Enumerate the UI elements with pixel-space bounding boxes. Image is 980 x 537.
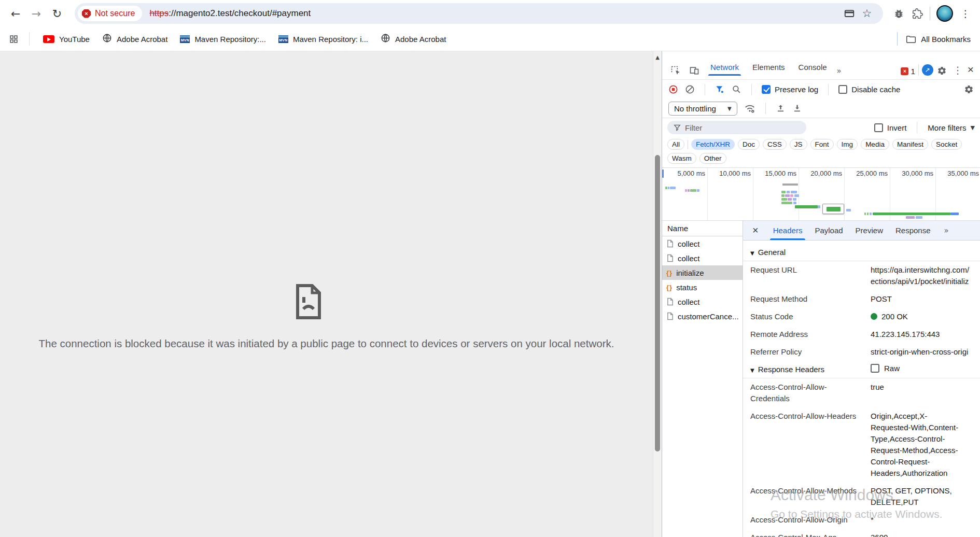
- chip-fetchxhr[interactable]: Fetch/XHR: [691, 139, 735, 150]
- details-tab-preview[interactable]: Preview: [849, 221, 889, 240]
- tab-network[interactable]: Network: [704, 58, 746, 76]
- details-more-tabs-icon[interactable]: »: [941, 226, 951, 235]
- tab-elements[interactable]: Elements: [746, 58, 792, 76]
- waterfall-bar: [795, 205, 818, 208]
- invert-box[interactable]: [874, 123, 883, 132]
- disable-cache-box[interactable]: [838, 85, 847, 94]
- bookmark-item[interactable]: YouTube: [43, 35, 90, 44]
- export-har-icon[interactable]: [792, 104, 802, 114]
- tab-console[interactable]: Console: [792, 58, 834, 76]
- profile-avatar[interactable]: [936, 5, 953, 22]
- forward-icon[interactable]: →: [26, 3, 47, 24]
- saved-cards-icon[interactable]: [841, 5, 858, 22]
- address-bar[interactable]: × Not secure https://magento2.test/check…: [75, 3, 883, 24]
- scrollbar-up-icon[interactable]: ▲: [653, 54, 662, 60]
- header-value: Origin,Accept,X- Requested-With,Content-…: [871, 411, 980, 479]
- raw-box-input[interactable]: [871, 364, 879, 373]
- bookmark-item[interactable]: Adobe Acrobat: [381, 33, 446, 45]
- apps-grid-icon[interactable]: [6, 32, 21, 46]
- error-badge[interactable]: × 1: [901, 67, 915, 76]
- devtools-menu-icon[interactable]: ⋮: [950, 64, 965, 76]
- youtube-icon: [43, 35, 54, 43]
- devtools-panel: NetworkElementsConsole » × 1 ↗ ⋮ ×: [662, 51, 980, 537]
- throttling-select[interactable]: No throttling ▼: [668, 102, 737, 116]
- section-header-general[interactable]: ▼General: [743, 244, 980, 261]
- chip-wasm[interactable]: Wasm: [667, 153, 696, 164]
- all-bookmarks-button[interactable]: All Bookmarks: [906, 35, 971, 44]
- document-file-icon: [666, 254, 674, 262]
- filter-funnel-icon[interactable]: [715, 84, 725, 94]
- timeline-overview[interactable]: 5,000 ms10,000 ms15,000 ms20,000 ms25,00…: [662, 168, 980, 221]
- chip-doc[interactable]: Doc: [738, 139, 760, 150]
- globe-icon: [381, 33, 390, 45]
- chip-js[interactable]: JS: [790, 139, 807, 150]
- chip-font[interactable]: Font: [810, 139, 834, 150]
- preserve-log-checkbox[interactable]: Preserve log: [762, 85, 818, 94]
- import-har-icon[interactable]: [776, 104, 786, 114]
- reload-icon[interactable]: ↻: [47, 3, 67, 24]
- disable-cache-checkbox[interactable]: Disable cache: [838, 85, 900, 94]
- preserve-log-box[interactable]: [762, 85, 771, 94]
- chip-all[interactable]: All: [667, 139, 684, 150]
- header-name: Access-Control-Allow-Origin: [750, 514, 871, 526]
- chip-css[interactable]: CSS: [763, 139, 787, 150]
- not-secure-icon: ×: [82, 9, 91, 18]
- filter-input[interactable]: Filter: [667, 121, 806, 134]
- clear-network-icon[interactable]: [685, 84, 695, 94]
- chip-socket[interactable]: Socket: [931, 139, 962, 150]
- more-filters-caret-icon: ▼: [971, 124, 975, 131]
- details-tab-payload[interactable]: Payload: [808, 221, 849, 240]
- devtools-settings-icon[interactable]: [933, 66, 950, 76]
- waterfall-bar: [906, 216, 915, 219]
- request-row[interactable]: collect: [662, 236, 743, 251]
- details-close-icon[interactable]: ×: [748, 224, 763, 236]
- back-icon[interactable]: ←: [5, 3, 26, 24]
- bookmark-star-icon[interactable]: ☆: [858, 5, 876, 22]
- header-name: Request Method: [750, 293, 871, 305]
- more-filters-button[interactable]: More filters ▼: [928, 123, 975, 132]
- request-row[interactable]: collect: [662, 251, 743, 265]
- request-row[interactable]: customerCance...: [662, 309, 743, 323]
- bug-extension-icon[interactable]: [889, 4, 908, 23]
- header-name: Status Code: [750, 311, 871, 322]
- request-list-header[interactable]: Name: [662, 221, 743, 236]
- devtools-extension-icon[interactable]: ↗: [922, 64, 933, 76]
- raw-checkbox[interactable]: Raw: [871, 364, 900, 373]
- not-secure-badge[interactable]: × Not secure: [78, 6, 142, 21]
- page-scrollbar[interactable]: ▲: [653, 51, 662, 537]
- waterfall-bar: [794, 194, 799, 197]
- waterfall-bar: [864, 213, 866, 215]
- scrollbar-thumb[interactable]: [655, 155, 660, 451]
- inspect-element-icon[interactable]: [666, 65, 685, 76]
- chip-img[interactable]: Img: [837, 139, 858, 150]
- more-tabs-icon[interactable]: »: [834, 66, 844, 76]
- request-row[interactable]: collect: [662, 294, 743, 309]
- chip-media[interactable]: Media: [861, 139, 889, 150]
- waterfall-bar: [793, 202, 796, 204]
- invert-checkbox[interactable]: Invert: [874, 123, 907, 132]
- bookmark-item[interactable]: MVNMaven Repository: i...: [278, 35, 368, 44]
- device-toolbar-icon[interactable]: [685, 65, 704, 76]
- waterfall-bar: [665, 187, 667, 189]
- section-header-response-headers[interactable]: ▼Response HeadersRaw: [743, 361, 980, 378]
- network-settings-icon[interactable]: [964, 84, 974, 94]
- header-name: Referrer Policy: [750, 346, 871, 358]
- toolbar-sep-3: [828, 84, 829, 95]
- bookmark-label: Adobe Acrobat: [117, 35, 167, 44]
- browser-menu-icon[interactable]: ⋮: [956, 4, 975, 23]
- details-tab-response[interactable]: Response: [889, 221, 937, 240]
- search-icon[interactable]: [732, 84, 741, 94]
- request-row[interactable]: {}initialize: [662, 265, 743, 280]
- record-network-icon[interactable]: [668, 84, 678, 94]
- details-tab-headers[interactable]: Headers: [767, 221, 809, 240]
- request-row[interactable]: {}status: [662, 280, 743, 294]
- request-list: Name collectcollect{}initialize{}statusc…: [662, 221, 743, 537]
- bookmark-item[interactable]: Adobe Acrobat: [102, 33, 167, 45]
- bookmark-item[interactable]: MVNMaven Repository:...: [180, 35, 266, 44]
- chip-other[interactable]: Other: [699, 153, 726, 164]
- timeline-tick-column: 10,000 ms: [708, 168, 753, 220]
- devtools-close-icon[interactable]: ×: [965, 63, 976, 76]
- network-conditions-icon[interactable]: [744, 103, 755, 114]
- extensions-puzzle-icon[interactable]: [908, 4, 927, 23]
- chip-manifest[interactable]: Manifest: [892, 139, 928, 150]
